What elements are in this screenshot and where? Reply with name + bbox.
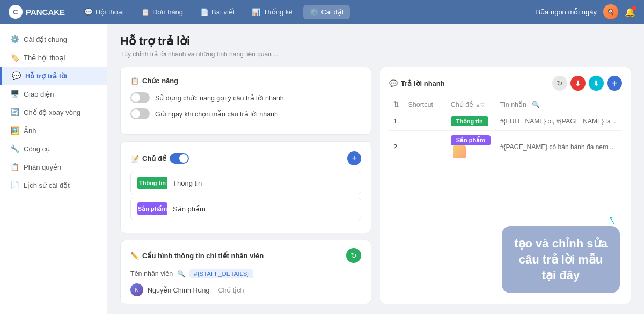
download-red-button[interactable]: ⬇ [570,76,586,91]
arrow-icon: ↑ [603,209,620,231]
sort-icon: ▲▽ [475,102,485,108]
reply-icon: 💬 [11,71,21,80]
app-logo[interactable]: C PANCAKE [9,5,65,19]
tag-thong-tin: Thông tin [137,177,167,189]
panel-title: 💬 Trả lời nhanh [389,79,445,87]
toggle-row-2: Gửi ngay khi chọn mẫu câu trả lời nhanh [130,108,361,119]
posts-icon: 📄 [200,8,209,16]
panel-actions: ↻ ⬇ ⬇ + [552,76,622,91]
row1-chude: Thông tin [447,112,496,131]
add-quick-reply-button[interactable]: + [607,76,622,91]
toggle-chu-de[interactable] [170,153,189,164]
sidebar-item-anh[interactable]: 🖼️ Ảnh [0,121,107,140]
history-icon: 📄 [10,181,19,189]
chu-de-card: 📝 Chủ đề + Thông tin Thông tin [120,141,371,233]
th-num: ⇅ [389,97,404,112]
th-chude: Chủ đề ▲▽ [447,97,496,112]
staff-role: Chủ tịch [218,286,244,294]
logo-icon: C [9,5,23,19]
user-avatar[interactable]: 🍳 [603,4,618,19]
tag-icon: 🏷️ [10,53,19,62]
tag-san-pham: Sản phẩm [137,202,167,215]
refresh-button[interactable]: ↻ [346,248,361,263]
nav-item-caidat[interactable]: ⚙️ Cài đặt [303,5,350,19]
table-row[interactable]: 1. Thông tin #{FULL_NAME} oi, #{PAGE_NAM… [389,112,622,131]
chu-de-header: 📝 Chủ đề + [130,151,361,165]
toggle-label-2: Gửi ngay khi chọn mẫu câu trả lời nhanh [155,110,278,118]
row1-message: #{FULL_NAME} oi, #{PAGE_NAME} là ... [500,118,618,125]
right-panel: 💬 Trả lời nhanh ↻ ⬇ ⬇ + ⇅ [380,67,631,304]
add-chu-de-button[interactable]: + [347,151,361,165]
image-icon: 🖼️ [10,126,19,135]
search-icon: 🔍 [177,270,185,278]
sidebar-item-cong-cu[interactable]: 🔧 Công cụ [0,140,107,158]
permission-icon: 📋 [10,163,19,171]
tag-row-san-pham[interactable]: Sản phẩm Sản phẩm [130,198,361,220]
notification-bell[interactable]: 🔔 [625,7,635,17]
orders-icon: 📋 [141,8,150,16]
cau-hinh-header: ✏️ Cấu hình thông tin chi tiết nhân viên… [130,248,361,263]
feature-icon: 📋 [130,77,139,85]
sidebar-item-lich-su-cai-dat[interactable]: 📄 Lịch sử cài đặt [0,176,107,194]
tools-icon: 🔧 [10,144,19,153]
nav-item-hoithoai[interactable]: 💬 Hội thoại [78,5,130,19]
row2-num: 2. [389,131,404,163]
product-thumbnail [453,145,466,158]
staff-name: Nguyễn Chính Hưng [148,286,209,294]
nav-item-thongke[interactable]: 📊 Thống kê [245,5,299,19]
chuc-nang-title: 📋 Chức năng [130,77,361,85]
chu-de-title: 📝 Chủ đề [130,153,189,164]
row1-num: 1. [389,112,404,131]
display-icon: 🖥️ [10,90,19,98]
tag-san-pham-label: Sản phẩm [173,205,206,213]
staff-row: N Nguyễn Chính Hưng Chủ tịch [130,283,361,296]
settings-icon: ⚙️ [310,8,318,16]
app-body: ⚙️ Cài đặt chung 🏷️ Thẻ hội thoại 💬 Hỗ t… [0,24,644,314]
sidebar-item-giao-dien[interactable]: 🖥️ Giao diện [0,85,107,103]
page-title: Hỗ trợ trả lời [120,34,631,48]
nav-item-baiviet[interactable]: 📄 Bài viết [194,5,241,19]
row1-tag: Thông tin [451,116,488,126]
sidebar-item-ho-tro-tra-loi[interactable]: 💬 Hỗ trợ trả lời [0,67,107,85]
row2-message: #{PAGE_NAME} có bán bánh đa nem ... [500,143,616,151]
app-name: PANCAKE [26,8,65,17]
download-teal-button[interactable]: ⬇ [589,76,604,91]
topic-icon: 📝 [130,155,139,163]
toggle-send[interactable] [130,108,150,119]
refresh-list-button[interactable]: ↻ [552,76,567,91]
staff-avatar: N [130,283,143,296]
cau-hinh-card: ✏️ Cấu hình thông tin chi tiết nhân viên… [120,240,371,304]
tag-row-thong-tin[interactable]: Thông tin Thông tin [130,172,361,194]
config-icon: ✏️ [130,252,139,260]
chat-icon: 💬 [84,8,93,16]
row2-tinnhan: #{PAGE_NAME} có bán bánh đa nem ... [496,131,622,163]
row2-tag: Sản phẩm [451,135,491,145]
staff-search-row: Tên nhân viên 🔍 #{STAFF_DETAILS} [130,269,361,278]
main-content: Hỗ trợ trả lời Tùy chỉnh trả lời nhanh v… [107,24,644,314]
left-column: 📋 Chức năng Sử dụng chức năng gợi ý câu … [120,67,371,304]
toggle-thumb-2 [131,109,140,118]
toggle-row-1: Sử dụng chức năng gợi ý câu trả lời nhan… [130,92,361,103]
nav-item-donhang[interactable]: 📋 Đơn hàng [135,5,189,19]
stats-icon: 📊 [252,8,260,16]
table-row[interactable]: 2. Sản phẩm #{PAGE_NAME} có bán bánh đa … [389,131,622,163]
toggle-thumb-1 [131,93,140,102]
panel-header: 💬 Trả lời nhanh ↻ ⬇ ⬇ + [389,76,622,91]
row1-shortcut [404,112,446,131]
quick-reply-icon: 💬 [389,79,398,87]
rotate-icon: 🔄 [10,108,19,116]
sidebar-item-the-hoi-thoai[interactable]: 🏷️ Thẻ hội thoại [0,48,107,67]
row2-shortcut [404,131,446,163]
sidebar-item-phan-quyen[interactable]: 📋 Phân quyền [0,158,107,176]
quick-reply-table: ⇅ Shortcut Chủ đề ▲▽ Tin nhắn 🔍 [389,97,622,163]
sidebar-item-caidat-chung[interactable]: ⚙️ Cài đặt chung [0,30,107,48]
tooltip-bubble: ↑ tạo và chỉnh sửa câu trả lời mẫu tại đ… [502,226,620,293]
chuc-nang-card: 📋 Chức năng Sử dụng chức năng gợi ý câu … [120,67,371,135]
toggle-chu-de-thumb [179,154,188,163]
sidebar: ⚙️ Cài đặt chung 🏷️ Thẻ hội thoại 💬 Hỗ t… [0,24,107,314]
toggle-suggest[interactable] [130,92,150,103]
tag-thong-tin-label: Thông tin [173,179,202,187]
th-tinnhan: Tin nhắn 🔍 [496,97,622,112]
notification-dot [632,6,636,10]
sidebar-item-che-do-xoay-vong[interactable]: 🔄 Chế độ xoay vòng [0,103,107,121]
